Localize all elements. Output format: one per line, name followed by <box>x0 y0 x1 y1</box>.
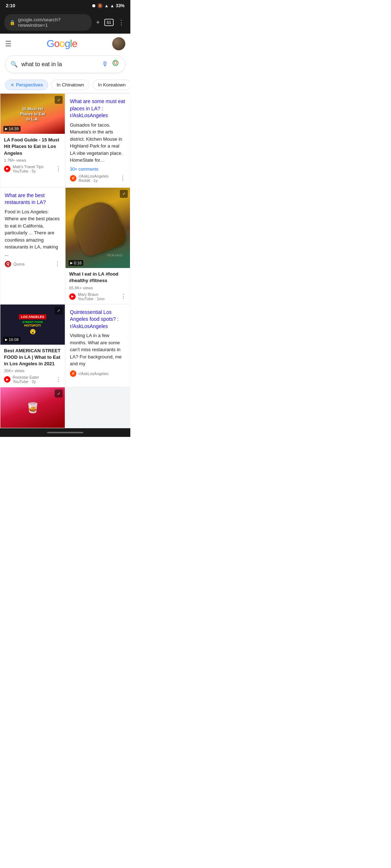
card-content-4: What I eat in LA #food #healthy #fitness… <box>66 268 130 303</box>
card-views-5: 35K+ views <box>4 369 61 373</box>
result-card-3[interactable]: What are the best restaurants in LA? Foo… <box>0 188 65 304</box>
source-name-6: r/AskLosAngeles <box>79 371 109 376</box>
card-title-1: LA Food Guide - 15 Must Hit Places to Ea… <box>4 137 61 157</box>
card-source-5: ▶ Rockstar Eater YouTube · 2y ⋮ <box>4 375 61 384</box>
lens-icon[interactable] <box>112 59 120 69</box>
quora-icon-3: Q <box>5 261 11 267</box>
more-btn-1[interactable]: ⋮ <box>55 165 61 172</box>
card-title-4: What I eat in LA #food #healthy #fitness <box>69 271 126 284</box>
source-platform-1: YouTube · 5y <box>13 169 43 173</box>
bottom-bar <box>0 428 130 437</box>
expand-btn-5[interactable]: ⤢ <box>55 307 63 315</box>
avatar[interactable] <box>112 37 125 50</box>
video-thumbnail-5: LOS ANGELES STREET FOOD HOTSPOT! 😮 ⤢ ▶ 1… <box>0 305 65 345</box>
play-icon-5: ▶ <box>5 338 8 341</box>
search-query: what to eat in la <box>21 61 98 68</box>
reddit-icon-6: r/ <box>70 370 76 377</box>
card-source-6: r/ r/AskLosAngeles <box>70 370 126 377</box>
chip-label: In Koreatown <box>98 82 126 88</box>
card-title-3: What are the best restaurants in LA? <box>5 192 60 206</box>
source-platform-5: YouTube · 2y <box>13 379 39 384</box>
browser-bar: 🔒 google.com/search?newwindow=1 + 51 ⋮ <box>0 11 130 34</box>
chip-label: Perspectives <box>16 82 43 88</box>
video-duration-1: ▶ 14:39 <box>3 126 21 132</box>
play-icon-4: ▶ <box>70 261 73 265</box>
burrito-image <box>68 197 127 258</box>
time: 2:10 <box>6 3 15 8</box>
source-name-5: Rockstar Eater <box>13 375 39 379</box>
expand-btn-4[interactable]: ⤢ <box>120 190 128 198</box>
url-bar[interactable]: 🔒 google.com/search?newwindow=1 <box>4 14 92 31</box>
chip-label: In Chinatown <box>56 82 84 88</box>
video-thumbnail-4: VERANO ⤢ ▶ 0:16 <box>66 188 130 268</box>
play-icon: ▶ <box>5 127 8 131</box>
card-title-5: Best AMERICAN STREET FOOD in LA | What t… <box>4 348 61 367</box>
card-desc-3: Food in Los Angeles: Where are the best … <box>5 208 60 258</box>
card-desc-6: Visiting LA in a few months. What are so… <box>70 332 126 367</box>
source-platform-2: Reddit · 1y <box>79 178 109 183</box>
youtube-icon-1: ▶ <box>4 166 10 172</box>
tabs-count-button[interactable]: 51 <box>104 19 114 26</box>
youtube-icon-4: ▶ <box>69 293 76 300</box>
source-name-3: Quora <box>13 262 25 266</box>
wifi-icon: ▲ <box>104 3 109 8</box>
hamburger-menu[interactable]: ☰ <box>5 39 12 48</box>
svg-line-3 <box>117 61 117 62</box>
more-btn-5[interactable]: ⋮ <box>55 376 61 383</box>
recording-icon: ⏺ <box>92 3 96 8</box>
menu-button[interactable]: ⋮ <box>117 17 126 28</box>
video-thumbnail-1: 15 Must Hit Places to Eat In L.A. ⤢ ▶ 14… <box>0 94 65 134</box>
source-name-2: r/AskLosAngeles <box>79 174 109 178</box>
search-bar[interactable]: 🔍 what to eat in la 🎙 <box>5 55 125 73</box>
result-card-7[interactable]: 🥃 ⤢ <box>0 387 65 427</box>
more-btn-2[interactable]: ⋮ <box>120 175 126 182</box>
home-indicator <box>47 432 83 433</box>
card-views-1: 1.7M+ views <box>4 158 61 162</box>
google-logo: Google <box>47 38 77 50</box>
card-source-1: ▶ Matt's Travel Tips YouTube · 5y ⋮ <box>4 165 61 173</box>
card-content-5: Best AMERICAN STREET FOOD in LA | What t… <box>0 345 65 387</box>
result-card-1[interactable]: 15 Must Hit Places to Eat In L.A. ⤢ ▶ 14… <box>0 94 65 187</box>
reddit-icon-2: r/ <box>70 175 76 182</box>
sf-label-1: LOS ANGELES <box>19 314 46 319</box>
status-bar: 2:10 ⏺ 🔕 ▲ ▲ 33% <box>0 0 130 11</box>
result-card-4[interactable]: VERANO ⤢ ▶ 0:16 What I eat in LA #food #… <box>66 188 130 304</box>
sf-label-3: HOTSPOT! <box>24 324 41 327</box>
filter-chip-perspectives[interactable]: ✕ Perspectives <box>5 80 48 90</box>
svg-line-2 <box>114 61 115 62</box>
svg-point-1 <box>114 61 117 64</box>
more-btn-3[interactable]: ⋮ <box>55 260 60 267</box>
filter-chip-chinatown[interactable]: In Chinatown <box>51 80 89 90</box>
svg-point-0 <box>113 60 118 66</box>
expand-btn-1[interactable]: ⤢ <box>55 96 63 104</box>
card-source-4: ▶ Mary Braun YouTube · 1mo ⋮ <box>69 292 126 301</box>
video-duration-4: ▶ 0:16 <box>68 260 83 266</box>
result-card-5[interactable]: LOS ANGELES STREET FOOD HOTSPOT! 😮 ⤢ ▶ 1… <box>0 305 65 387</box>
card-views-4: 65.8K+ views <box>69 286 126 290</box>
new-tab-button[interactable]: + <box>94 17 101 28</box>
video-thumbnail-7: 🥃 ⤢ <box>0 387 65 427</box>
search-bar-area: 🔍 what to eat in la 🎙 <box>0 54 130 77</box>
source-name-4: Mary Braun <box>78 292 105 297</box>
card-title-6: Quintessential Los Angeles food spots? :… <box>70 309 126 330</box>
result-card-2[interactable]: What are some must eat places in LA? : r… <box>66 94 130 187</box>
filter-chip-koreatown[interactable]: In Koreatown <box>92 80 130 90</box>
source-name-1: Matt's Travel Tips <box>13 165 43 169</box>
expand-btn-7[interactable]: ⤢ <box>55 390 63 397</box>
card-desc-2: Guisados for tacos. Manuela's in the art… <box>70 122 126 164</box>
source-platform-4: YouTube · 1mo <box>78 297 105 301</box>
card-source-2: r/ r/AskLosAngeles Reddit · 1y ⋮ <box>70 174 126 183</box>
mic-icon[interactable]: 🎙 <box>102 60 108 68</box>
person-emoji: 😮 <box>30 329 36 335</box>
search-icon: 🔍 <box>10 61 18 68</box>
more-btn-4[interactable]: ⋮ <box>121 293 126 300</box>
result-card-6[interactable]: Quintessential Los Angeles food spots? :… <box>66 305 130 387</box>
thumb-text-1: 15 Must Hit Places to Eat In L.A. <box>17 105 49 123</box>
filter-chips: ✕ Perspectives In Chinatown In Koreatown… <box>0 77 130 93</box>
signal-icon: ▲ <box>110 3 114 8</box>
mute-icon: 🔕 <box>97 3 103 8</box>
youtube-icon-5: ▶ <box>4 376 10 383</box>
status-icons: ⏺ 🔕 ▲ ▲ 33% <box>92 3 125 8</box>
sf-label-2: STREET FOOD <box>22 320 43 324</box>
battery: 33% <box>116 3 125 8</box>
